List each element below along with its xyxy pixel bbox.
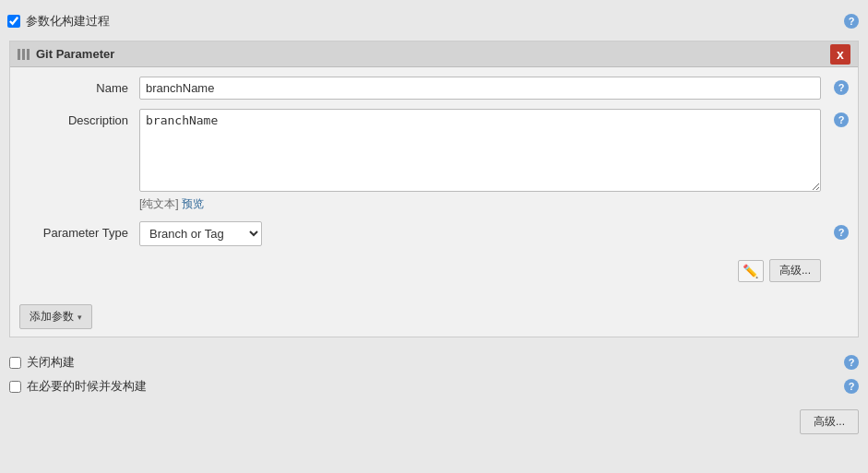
- close-build-row: 关闭构建 ?: [9, 350, 859, 374]
- git-param-header: Git Parameter x: [10, 41, 858, 67]
- bottom-advanced-button[interactable]: 高级...: [800, 409, 859, 434]
- plain-text-label: [纯文本]: [139, 197, 179, 210]
- conditional-build-left: 在必要的时候并发构建: [9, 378, 147, 395]
- bottom-options: 关闭构建 ? 在必要的时候并发构建 ?: [0, 345, 868, 404]
- advanced-row: ✏️ 高级...: [19, 255, 821, 288]
- parameterize-label: 参数化构建过程: [26, 13, 110, 30]
- grid-icon: [18, 48, 30, 61]
- description-label: Description: [19, 109, 139, 127]
- text-links: [纯文本] 预览: [139, 196, 821, 212]
- top-row-left: 参数化构建过程: [7, 13, 110, 30]
- bottom-advanced: 高级...: [0, 404, 868, 440]
- description-control-wrap: branchName [纯文本] 预览: [139, 109, 821, 212]
- add-param-area: 添加参数 ▾: [10, 297, 858, 337]
- conditional-build-row: 在必要的时候并发构建 ?: [9, 374, 859, 398]
- description-help-icon[interactable]: ?: [834, 112, 849, 127]
- name-row: Name ?: [19, 77, 821, 100]
- description-textarea[interactable]: branchName: [139, 109, 821, 192]
- preview-link[interactable]: 预览: [182, 197, 204, 210]
- git-param-title: Git Parameter: [36, 47, 114, 61]
- parameter-type-select[interactable]: Branch Tag Branch or Tag Revision Pull R…: [139, 221, 262, 246]
- parameter-type-control-wrap: Branch Tag Branch or Tag Revision Pull R…: [139, 221, 821, 246]
- close-build-label: 关闭构建: [27, 354, 75, 371]
- conditional-build-help-icon[interactable]: ?: [844, 379, 859, 394]
- name-label: Name: [19, 77, 139, 95]
- add-param-label: 添加参数: [30, 309, 74, 325]
- parameter-type-row: Parameter Type Branch Tag Branch or Tag …: [19, 221, 821, 246]
- close-build-help-icon[interactable]: ?: [844, 355, 859, 370]
- close-button[interactable]: x: [830, 44, 850, 65]
- top-row: 参数化构建过程 ?: [0, 9, 868, 33]
- advanced-icon-button[interactable]: ✏️: [738, 260, 764, 282]
- dropdown-arrow-icon: ▾: [77, 313, 82, 322]
- name-help-icon[interactable]: ?: [834, 80, 849, 95]
- git-param-body: Name ? Description branchName [纯文本] 预览: [10, 67, 858, 297]
- close-build-checkbox[interactable]: [9, 357, 21, 369]
- advanced-button[interactable]: 高级...: [769, 259, 821, 282]
- name-input[interactable]: [139, 77, 821, 100]
- parameterize-checkbox[interactable]: [7, 15, 20, 28]
- git-param-panel: Git Parameter x Name ? Description branc…: [9, 41, 859, 337]
- description-row: Description branchName [纯文本] 预览 ?: [19, 109, 821, 212]
- conditional-build-checkbox[interactable]: [9, 381, 21, 393]
- page-container: 参数化构建过程 ? Git Parameter x Name ?: [0, 0, 868, 449]
- close-build-left: 关闭构建: [9, 354, 75, 371]
- parameterize-help-icon[interactable]: ?: [844, 14, 859, 29]
- parameter-type-help-icon[interactable]: ?: [834, 225, 849, 240]
- name-control-wrap: [139, 77, 821, 100]
- add-param-button[interactable]: 添加参数 ▾: [19, 304, 92, 329]
- parameter-type-label: Parameter Type: [19, 221, 139, 240]
- conditional-build-label: 在必要的时候并发构建: [27, 378, 147, 395]
